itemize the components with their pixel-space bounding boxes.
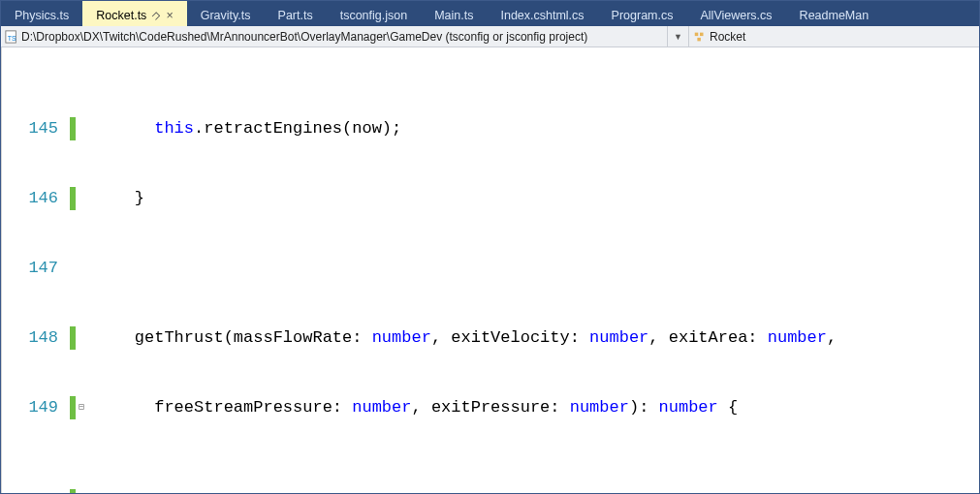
tab-gravity[interactable]: Gravity.ts <box>187 1 265 26</box>
tab-rocket[interactable]: Rocket.ts ⊓ × <box>82 1 186 26</box>
tab-bar: Physics.ts Rocket.ts ⊓ × Gravity.ts Part… <box>1 1 979 26</box>
member-combo[interactable]: Rocket <box>688 26 979 46</box>
line-number: 148 <box>2 326 70 350</box>
project-path-combo[interactable]: TS D:\Dropbox\DX\Twitch\CodeRushed\MrAnn… <box>1 26 667 46</box>
line-number: 145 <box>2 117 70 140</box>
label-chamber: Combustion Chamber <box>505 489 572 494</box>
tab-main[interactable]: Main.ts <box>421 1 487 26</box>
class-icon <box>693 30 707 44</box>
code-editor[interactable]: 145 this.retractEngines(now); 146 } 147 … <box>1 47 979 493</box>
nav-bar: TS D:\Dropbox\DX\Twitch\CodeRushed\MrAnn… <box>1 26 979 47</box>
tab-index[interactable]: Index.cshtml.cs <box>487 1 597 26</box>
tab-part[interactable]: Part.ts <box>265 1 327 26</box>
project-path-text: D:\Dropbox\DX\Twitch\CodeRushed\MrAnnoun… <box>21 30 587 44</box>
fold-toggle[interactable]: ⊟ <box>76 396 87 419</box>
line-number: 149 <box>2 396 70 419</box>
path-dropdown-icon[interactable]: ▼ <box>667 26 688 46</box>
svg-rect-3 <box>700 32 704 36</box>
line-number: 146 <box>2 187 70 210</box>
svg-text:TS: TS <box>8 34 16 41</box>
tab-readme[interactable]: ReadmeMan <box>786 1 883 26</box>
ts-file-icon: TS <box>5 30 18 44</box>
code-area[interactable]: 145 this.retractEngines(now); 146 } 147 … <box>2 47 980 493</box>
tab-tsconfig[interactable]: tsconfig.json <box>327 1 421 26</box>
tab-program[interactable]: Program.cs <box>598 1 687 26</box>
line-number: 147 <box>2 257 70 280</box>
tab-physics[interactable]: Physics.ts <box>1 1 82 26</box>
pin-icon[interactable]: ⊓ <box>150 9 163 21</box>
close-icon[interactable]: × <box>166 9 173 22</box>
member-text: Rocket <box>710 30 745 44</box>
tab-allviewers[interactable]: AllViewers.cs <box>687 1 786 26</box>
rocket-diagram: Vₑ = exit velocity pₑ = exit pressure ṁ … <box>112 489 927 494</box>
svg-rect-2 <box>695 32 699 36</box>
svg-rect-4 <box>697 37 701 41</box>
